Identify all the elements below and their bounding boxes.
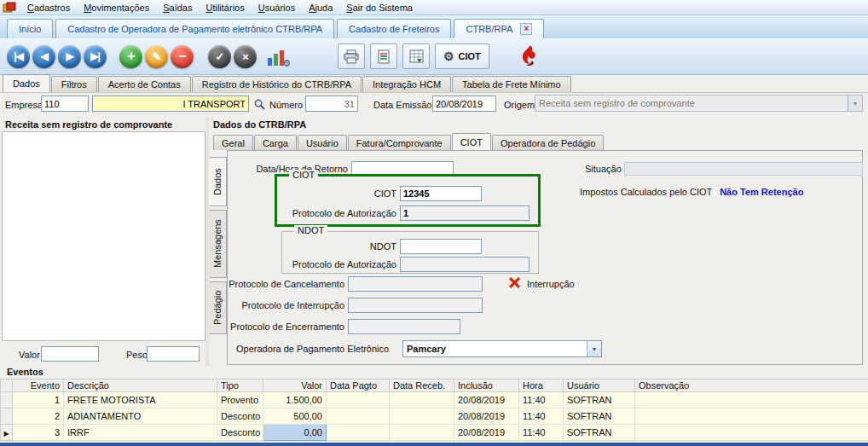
print-button[interactable] [338, 43, 365, 69]
col-evento[interactable]: Evento [13, 379, 64, 392]
operadora-select[interactable]: Pamcary ▼ [402, 340, 602, 357]
cell-descricao[interactable]: FRETE MOTORISTA [64, 392, 217, 408]
col-usuario[interactable]: Usuário [564, 379, 635, 392]
cell-descricao[interactable]: IRRF [64, 425, 217, 441]
cell-evento[interactable]: 3 [13, 425, 64, 441]
interrupcao-protocolo-input[interactable] [348, 298, 483, 313]
cell-valor[interactable]: 1.500,00 [263, 392, 327, 408]
page-tab-tabela-frete-minimo[interactable]: Tabela de Frete Mínimo [452, 76, 571, 92]
page-tab-filtros[interactable]: Filtros [51, 76, 97, 92]
cell-usuario[interactable]: SOFTRAN [564, 425, 635, 441]
cell-inclusao[interactable]: 20/08/2019 [454, 425, 519, 441]
ndot-input[interactable] [400, 239, 482, 254]
col-inclusao[interactable]: Inclusão [454, 379, 519, 392]
page-tab-acerto-de-contas[interactable]: Acerto de Contas [98, 76, 191, 92]
confirm-button[interactable]: ✓ [208, 45, 231, 68]
ndot-protocolo-input[interactable] [400, 257, 529, 272]
cell-data-pagto[interactable] [327, 408, 390, 425]
page-tab-integracao-hcm[interactable]: Integração HCM [362, 76, 451, 92]
cell-data-pagto[interactable] [327, 392, 390, 408]
first-record-button[interactable]: |◀ [7, 45, 30, 68]
valor-input[interactable] [41, 346, 99, 362]
menu-utilitarios[interactable]: Utilitários [199, 2, 251, 14]
data-emissao-input[interactable] [432, 96, 496, 112]
receitas-list[interactable] [2, 131, 205, 341]
cell-hora[interactable]: 11:40 [519, 408, 564, 425]
protocolo-autorizacao-input[interactable] [400, 206, 529, 221]
ctrb-tab-operadora-pedagio[interactable]: Operadora de Pedágio [492, 135, 604, 150]
col-hora[interactable]: Hora [519, 379, 564, 392]
doc-tab-cadastro-freteiros[interactable]: Cadastro de Freteiros [337, 19, 451, 38]
doc-tab-ctrb-rpa[interactable]: CTRB/RPA × [454, 19, 544, 38]
col-descricao[interactable]: Descrição [64, 379, 217, 392]
menu-cadastros[interactable]: Cadastros [20, 2, 77, 14]
col-tipo[interactable]: Tipo [217, 379, 263, 392]
cell-usuario[interactable]: SOFTRAN [564, 408, 635, 425]
cell-hora[interactable]: 11:40 [519, 425, 564, 441]
doc-tab-cadastro-operadora[interactable]: Cadastro de Operadora de Pagamento eletr… [55, 19, 334, 38]
evento-row-2[interactable]: 2 ADIANTAMENTO Desconto 500,00 20/08/201… [1, 408, 868, 425]
cell-data-receb[interactable] [390, 392, 454, 408]
ctrb-tab-fatura-comprovante[interactable]: Fatura/Comprovante [348, 135, 451, 150]
col-valor[interactable]: Valor [263, 379, 327, 392]
menu-movimentacoes[interactable]: Movimentações [77, 2, 156, 14]
cell-evento[interactable]: 1 [13, 392, 64, 408]
col-data-receb[interactable]: Data Receb. [390, 379, 454, 392]
cell-observacao[interactable] [635, 392, 868, 408]
empresa-name-input[interactable] [92, 96, 249, 112]
cell-evento[interactable]: 2 [13, 408, 64, 425]
col-observacao[interactable]: Observação [635, 379, 868, 392]
cell-observacao[interactable] [635, 425, 868, 441]
side-tab-mensagens[interactable]: Mensagens [209, 210, 227, 278]
cell-valor-selected[interactable]: 0,00 [263, 425, 327, 441]
report-button[interactable] [370, 43, 397, 69]
row-selector-current[interactable]: ▶ [1, 425, 13, 441]
cell-tipo[interactable]: Desconto [217, 408, 263, 425]
edit-button[interactable]: ✎ [145, 45, 168, 68]
cell-valor[interactable]: 500,00 [263, 408, 327, 425]
row-selector[interactable] [1, 408, 13, 425]
origem-select[interactable]: Receita sem registro de comprovante ▼ [535, 95, 863, 112]
row-selector[interactable] [1, 392, 13, 408]
ciot-input[interactable] [400, 186, 482, 201]
previous-record-button[interactable]: ◀ [32, 45, 55, 68]
ctrb-tab-geral[interactable]: Geral [213, 135, 253, 150]
menu-ajuda[interactable]: Ajuda [302, 2, 339, 14]
cancelamento-input[interactable] [348, 276, 483, 292]
doc-tab-inicio[interactable]: Início [7, 19, 53, 38]
menu-saidas[interactable]: Saídas [156, 2, 199, 14]
menu-sair-do-sistema[interactable]: Sair do Sistema [339, 2, 420, 14]
menu-usuarios[interactable]: Usuários [252, 2, 302, 14]
last-record-button[interactable]: ▶| [84, 45, 107, 68]
page-tab-registro-historico[interactable]: Registro de Histórico do CTRB/RPA [192, 76, 362, 92]
ctrb-tab-carga[interactable]: Carga [254, 135, 297, 150]
cell-usuario[interactable]: SOFTRAN [564, 392, 635, 408]
ctrb-tab-usuario[interactable]: Usuário [298, 135, 347, 150]
cell-hora[interactable]: 11:40 [519, 392, 564, 408]
cell-tipo[interactable]: Provento [217, 392, 263, 408]
peso-input[interactable] [147, 346, 200, 362]
search-icon[interactable] [252, 96, 267, 112]
cell-data-receb[interactable] [390, 425, 454, 441]
cell-inclusao[interactable]: 20/08/2019 [454, 408, 519, 425]
next-record-button[interactable]: ▶ [58, 45, 81, 68]
close-tab-icon[interactable]: × [520, 23, 532, 35]
delete-button[interactable]: − [171, 45, 194, 68]
chart-settings-button[interactable]: ⚙ [266, 45, 288, 67]
cell-inclusao[interactable]: 20/08/2019 [454, 392, 519, 408]
page-tab-dados[interactable]: Dados [3, 74, 50, 92]
add-button[interactable]: + [119, 45, 142, 68]
numero-input[interactable] [305, 96, 358, 112]
cell-descricao[interactable]: ADIANTAMENTO [64, 408, 217, 425]
encerramento-input[interactable] [348, 319, 460, 334]
evento-row-3[interactable]: ▶ 3 IRRF Desconto 0,00 20/08/2019 11:40 … [1, 425, 868, 441]
col-data-pagto[interactable]: Data Pagto [327, 379, 390, 392]
cell-data-pagto[interactable] [327, 425, 390, 441]
export-grid-button[interactable] [402, 43, 430, 69]
evento-row-1[interactable]: 1 FRETE MOTORISTA Provento 1.500,00 20/0… [1, 392, 868, 408]
cell-data-receb[interactable] [390, 408, 454, 425]
ciot-button[interactable]: ⚙ CIOT [435, 43, 489, 69]
side-tab-dados[interactable]: Dados [209, 157, 227, 206]
cancel-button[interactable]: × [234, 45, 257, 68]
empresa-code-input[interactable] [41, 96, 89, 112]
